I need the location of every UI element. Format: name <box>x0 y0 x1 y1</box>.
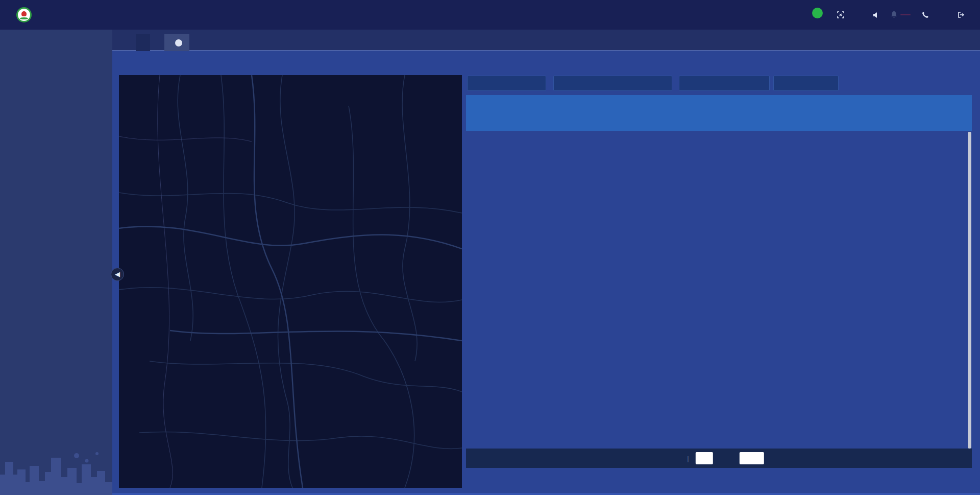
bottom-edge-decoration <box>0 493 980 495</box>
fullscreen-icon <box>837 11 844 18</box>
temperature <box>812 12 826 18</box>
map-roads <box>119 75 462 488</box>
phone-icon <box>922 11 929 18</box>
notification-count-badge <box>900 14 911 15</box>
fullscreen-button[interactable] <box>837 11 847 18</box>
logout-icon <box>958 11 965 18</box>
region-filter-select[interactable] <box>553 76 672 91</box>
col-industry <box>646 95 696 131</box>
name-filter-input[interactable] <box>467 76 546 91</box>
enterprise-table-panel: | <box>466 76 972 469</box>
app-root: | ◀ <box>0 0 980 495</box>
help-button[interactable] <box>922 11 932 18</box>
tab-home[interactable] <box>136 34 150 51</box>
table-body <box>466 132 972 449</box>
map-collapse-handle[interactable]: ◀ <box>111 268 124 281</box>
app-logo-icon <box>16 7 32 22</box>
col-limit <box>696 95 747 131</box>
col-company <box>563 95 646 131</box>
tab-bar <box>112 30 980 51</box>
sidebar <box>0 30 112 495</box>
top-header <box>0 0 980 30</box>
main-content: | <box>112 52 980 495</box>
page-size-select[interactable] <box>740 452 764 464</box>
mute-button[interactable] <box>873 12 879 18</box>
map-panel[interactable] <box>119 75 462 488</box>
status-filter-select[interactable] <box>773 76 839 91</box>
table-scrollbar[interactable] <box>968 132 971 449</box>
col-facility <box>747 95 795 131</box>
col-run <box>879 111 916 131</box>
pagination-bar: | <box>466 449 972 468</box>
col-stop <box>916 111 942 131</box>
bell-icon <box>891 11 897 19</box>
col-meter <box>839 95 879 131</box>
exit-button[interactable] <box>958 11 968 18</box>
skyline-decoration <box>0 446 112 495</box>
notifications[interactable] <box>891 11 911 19</box>
industry-filter-select[interactable] <box>679 76 770 91</box>
tab-realtime-monitor[interactable] <box>164 34 189 51</box>
col-monitor <box>795 95 839 131</box>
col-lost <box>942 111 968 131</box>
speaker-icon <box>873 12 879 18</box>
col-group-point-status <box>879 95 968 111</box>
tab-close-icon[interactable] <box>175 39 182 46</box>
temperature-badge <box>812 8 823 18</box>
page-number-input[interactable] <box>696 452 713 464</box>
col-region <box>487 95 563 131</box>
table-header <box>466 95 972 131</box>
col-index <box>466 95 487 131</box>
